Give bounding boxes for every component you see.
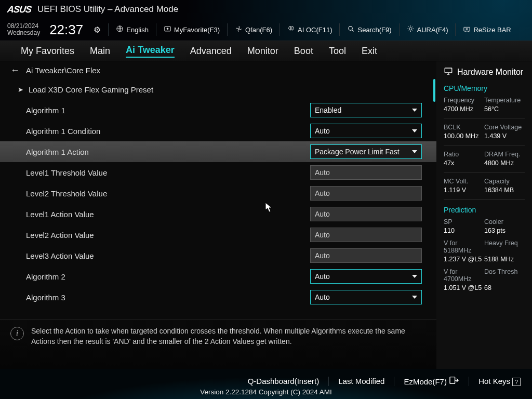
help-text: Select the Action to take when targeted … [31,326,426,347]
quickbar-fan[interactable]: Qfan(F6) [235,25,272,34]
chevron-down-icon [412,150,417,153]
footer-links: Q-Dashboard(Insert)Last ModifiedEzMode(F… [0,376,532,388]
chevron-down-icon [412,109,417,112]
tab-monitor[interactable]: Monitor [247,46,278,57]
gear-icon[interactable]: ⚙ [94,25,101,35]
star-icon [164,25,171,34]
setting-row: Level2 Threshold ValueAuto [0,183,436,204]
sidebar-stat-row: FrequencyTemperature4700 MHz56°C [444,97,525,113]
setting-row: Level2 Action ValueAuto [0,224,436,245]
text-input[interactable]: Auto [310,248,422,263]
setting-label: Level3 Action Value [26,251,310,260]
chevron-down-icon [412,296,417,299]
tab-main[interactable]: Main [90,46,110,57]
setting-row: Algorithm 1 ConditionAuto [0,121,436,141]
dropdown[interactable]: Auto [310,269,422,284]
fan-icon [235,25,243,34]
quickbar-star[interactable]: MyFavorite(F3) [164,25,220,34]
help-panel: i Select the Action to take when targete… [0,319,436,369]
tab-my-favorites[interactable]: My Favorites [21,46,74,57]
footer-link[interactable]: Last Modified [338,377,384,385]
setting-row: Algorithm 1Enabled [0,100,436,121]
setting-label: Algorithm 1 [26,106,310,115]
search-icon [347,25,355,34]
setting-row: Algorithm 2Auto [0,266,436,287]
svg-point-4 [409,28,412,30]
setting-label: Level1 Threshold Value [26,168,310,177]
setting-row: Level1 Action ValueAuto [0,204,436,224]
sidebar-stat-row: BCLKCore Voltage100.00 MHz1.439 V [444,124,525,140]
setting-label: Algorithm 1 Condition [26,127,310,136]
setting-label: Level2 Threshold Value [26,189,310,198]
footer-link[interactable]: EzMode(F7) [404,376,459,386]
setting-label: Algorithm 2 [26,272,310,281]
sidebar-stat-row: SPCooler110163 pts [444,218,525,234]
info-icon: i [10,327,24,340]
sidebar-stat-row: MC Volt.Capacity1.119 V16384 MB [444,178,525,194]
preset-row[interactable]: ➤Load X3D Core Flex Gaming Preset [0,79,436,100]
setting-row: Level1 Threshold ValueAuto [0,162,436,183]
text-input[interactable]: Auto [310,165,422,180]
copyright: Version 2.22.1284 Copyright (C) 2024 AMI [0,388,532,399]
chevron-down-icon [412,129,417,132]
svg-rect-7 [450,377,455,384]
footer-link[interactable]: Q-Dashboard(Insert) [248,377,320,385]
exit-icon [449,376,459,384]
setting-row: Algorithm 3Auto [0,287,436,308]
help-icon: ? [512,378,521,386]
sidebar-stat-row: V for 5188MHzHeavy Freq1.237 V @L55188 M… [444,240,525,263]
svg-rect-5 [464,27,470,31]
tab-advanced[interactable]: Advanced [190,46,232,57]
sidebar-section-heading: Prediction [444,206,525,214]
scrollbar[interactable] [432,79,435,319]
chevron-down-icon [412,275,417,278]
quickbar-globe[interactable]: English [116,25,149,34]
text-input[interactable]: Auto [310,228,422,242]
svg-point-2 [238,28,240,30]
aura-icon [407,25,415,34]
setting-row: Algorithm 1 ActionPackage Power Limit Fa… [0,141,436,162]
setting-row: Level3 Action ValueAuto [0,245,436,266]
quickbar-aura[interactable]: AURA(F4) [407,25,448,34]
brand-logo: ASUS [7,4,32,15]
quickbar-search[interactable]: Search(F9) [347,25,391,34]
setting-label: Algorithm 3 [26,293,310,302]
dropdown[interactable]: Enabled [310,103,422,117]
quickbar-brain[interactable]: AI OC(F11) [287,25,332,34]
date-box: 08/21/2024 Wednesday [7,23,40,36]
sidebar-section-heading: CPU/Memory [444,84,525,92]
breadcrumb: Ai Tweaker\Core Flex [26,66,100,75]
brain-icon [287,25,295,34]
dropdown[interactable]: Package Power Limit Fast [310,144,422,159]
tab-boot[interactable]: Boot [294,46,313,57]
resize-icon [463,25,471,34]
footer-link[interactable]: Hot Keys? [478,377,521,386]
svg-point-3 [349,26,353,31]
monitor-icon [444,66,453,78]
back-icon[interactable]: ← [10,65,20,76]
tab-exit[interactable]: Exit [362,46,377,57]
sidebar-stat-row: V for 4700MHzDos Thresh1.051 V @L568 [444,268,525,291]
text-input[interactable]: Auto [310,186,422,201]
app-title: UEFI BIOS Utility – Advanced Mode [37,4,178,15]
dropdown[interactable]: Auto [310,290,422,304]
clock: 22:37 [49,22,83,38]
tab-ai-tweaker[interactable]: Ai Tweaker [126,45,175,58]
settings-list: ➤Load X3D Core Flex Gaming PresetAlgorit… [0,79,436,319]
tab-tool[interactable]: Tool [329,46,346,57]
chevron-right-icon: ➤ [18,86,23,94]
quickbar-resize[interactable]: ReSize BAR [463,25,511,34]
setting-label: Algorithm 1 Action [26,148,310,156]
svg-rect-6 [445,68,452,73]
globe-icon [116,25,124,34]
setting-label: Level1 Action Value [26,210,310,219]
main-tabs: My FavoritesMainAi TweakerAdvancedMonito… [0,41,532,61]
text-input[interactable]: Auto [310,207,422,221]
hardware-monitor-panel: Hardware MonitorCPU/MemoryFrequencyTempe… [436,61,532,369]
setting-label: Level2 Action Value [26,231,310,240]
sidebar-stat-row: RatioDRAM Freq.47x4800 MHz [444,151,525,167]
dropdown[interactable]: Auto [310,124,422,138]
